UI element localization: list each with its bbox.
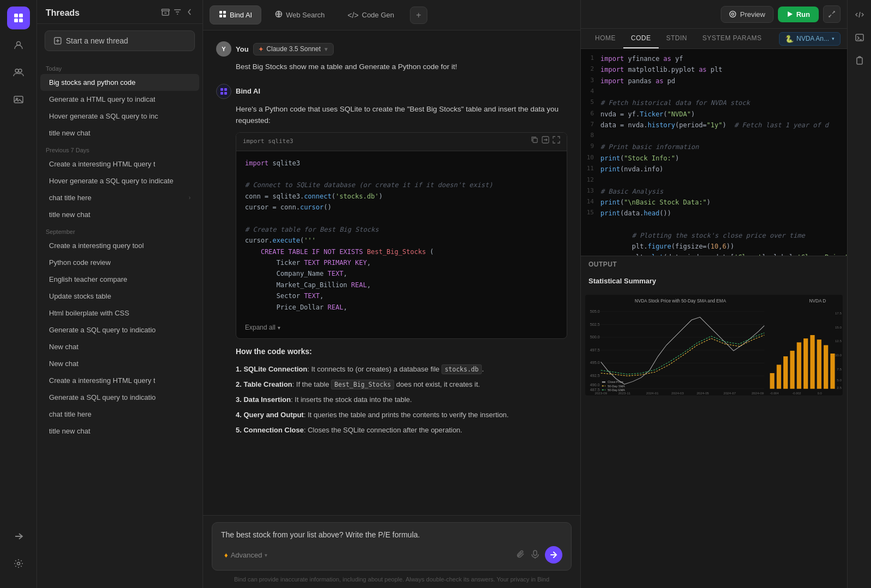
code-editor[interactable]: 1import yfinance as yf 2import matplotli… [581,49,847,256]
tab-home[interactable]: HOME [587,29,623,48]
svg-text:17.5: 17.5 [835,311,842,315]
sidebar-item-0-1[interactable]: Generate a HTML query to indicat [40,91,199,108]
chart-nvda-label: NVDA D [809,299,826,304]
stat-summary: Statistical Summary [581,273,847,293]
how-works-title: How the code works: [236,345,567,357]
sidebar-item-2-9[interactable]: Generate a SQL query to indicatio [40,389,199,406]
sidebar-item-1-1[interactable]: Hover generate a SQL query to indicate [40,172,199,189]
sidebar-item-2-6[interactable]: New chat [40,338,199,355]
sidebar-item-2-10[interactable]: chat title here [40,406,199,423]
sidebar-item-2-11[interactable]: title new chat [40,423,199,440]
sidebar-item-0-0[interactable]: Big stocks and python code [40,74,199,91]
bind-message-body: Here's a Python code that uses SQLite to… [216,103,567,437]
svg-point-24 [730,11,736,17]
tab-stdin[interactable]: STDIN [659,29,695,48]
new-thread-button[interactable]: Start a new thread [45,30,195,51]
code-line-3: 3import pandas as pd [581,76,847,86]
sidebar-item-0-3[interactable]: title new chat [40,125,199,141]
code-block-header: import sqlite3 [236,133,567,151]
run-button[interactable]: Run [778,7,819,22]
sidebar-item-1-0[interactable]: Create a interesting HTML query t [40,156,199,172]
svg-rect-61 [803,338,808,389]
new-thread-label: Start a new thread [66,36,128,45]
copy-icon[interactable] [531,136,538,147]
sidebar-item-2-1[interactable]: Python code review [40,254,199,271]
sidebar-item-2-3[interactable]: Update stocks table [40,288,199,305]
tab-system-params[interactable]: SYSTEM PARAMS [695,29,769,48]
expand-icon[interactable] [553,136,560,147]
chat-tabs: Bind AI Web Search </> Code Gen + [203,0,580,30]
model-badge[interactable]: ✦ Claude 3.5 Sonnet ▼ [253,43,334,55]
user-icon-btn[interactable] [7,34,30,57]
code-icon-btn[interactable] [850,5,869,24]
svg-rect-78 [857,58,862,64]
step-4: 4. Query and Output: It queries the tabl… [236,409,567,421]
code-gen-tab-icon: </> [348,11,359,20]
send-button[interactable] [545,546,562,564]
user-message-body: Best Big Stocks show me a table and Gene… [216,61,567,73]
code-line-14: 14print("\nBasic Stock Data:") [581,197,847,208]
sidebar-item-1-3[interactable]: title new chat [40,206,199,223]
svg-point-6 [19,69,22,72]
svg-text:2024-03: 2024-03 [671,391,684,395]
chart-container: NVDA Stock Price with 50-Day SMA and EMA… [581,293,847,402]
sidebar-item-2-2[interactable]: English teacher compare [40,271,199,288]
nvda-badge[interactable]: 🐍 NVDA An... ▾ [779,32,841,46]
add-tab-button[interactable]: + [410,7,427,24]
right-panel: Preview Run HOME CODE STDIN SYSTEM PARAM… [580,0,847,588]
sidebar-item-2-5[interactable]: Generate a SQL query to indicatio [40,321,199,338]
advanced-button[interactable]: ♦ Advanced ▾ [221,549,271,561]
svg-rect-0 [14,14,18,17]
sidebar-item-2-4[interactable]: Html boilerplate with CSS [40,305,199,321]
chat-input-area: The best stock from your list above? Wri… [203,515,580,588]
bind-intro: Here's a Python code that uses SQLite to… [236,103,567,127]
sidebar-item-1-2[interactable]: chat title here › [40,189,199,206]
tab-code[interactable]: CODE [623,29,659,48]
tab-code-gen[interactable]: </> Code Gen [339,6,404,24]
users-icon-btn[interactable] [7,61,30,84]
archive-icon[interactable] [161,8,170,18]
chat-input-text[interactable]: The best stock from your list above? Wri… [221,529,562,541]
svg-text:2024-07: 2024-07 [723,391,736,395]
sidebar-item-2-0[interactable]: Create a interesting query tool [40,237,199,254]
expand-all-button[interactable]: Expand all ▾ [236,319,567,338]
mic-icon[interactable] [531,550,539,560]
bind-sender-label: Bind AI [236,87,260,95]
svg-text:505.0: 505.0 [590,309,600,314]
terminal-icon-btn[interactable] [850,28,869,47]
message-user: Y You ✦ Claude 3.5 Sonnet ▼ Best Big Sto… [216,41,567,73]
attach-icon[interactable] [517,550,525,560]
svg-rect-3 [19,18,23,22]
step-2: 2. Table Creation: If the table Best_Big… [236,379,567,391]
svg-rect-15 [223,15,226,17]
clipboard-icon-btn[interactable] [850,51,869,70]
svg-rect-14 [219,15,222,17]
chat-input-box[interactable]: The best stock from your list above? Wri… [212,522,572,571]
arrow-right-icon-btn[interactable] [7,525,30,548]
tab-bind-ai[interactable]: Bind AI [210,5,261,24]
svg-text:10.0: 10.0 [835,353,842,357]
sidebar-item-0-2[interactable]: Hover generate a SQL query to inc [40,108,199,125]
expand-panel-button[interactable] [823,5,841,23]
settings-icon-btn[interactable] [7,552,30,575]
sidebar-header: Threads [37,0,203,24]
wrap-icon[interactable] [542,136,549,147]
svg-text:492.5: 492.5 [590,373,600,378]
nvda-label: NVDA An... [796,35,829,42]
collapse-icon[interactable] [185,8,194,18]
image-icon-btn[interactable] [7,88,30,111]
preview-button[interactable]: Preview [721,6,773,23]
tab-web-search[interactable]: Web Search [266,5,334,24]
grid-icon-btn[interactable] [7,7,30,29]
how-works-section: How the code works: 1. SQLite Connection… [236,345,567,436]
bind-ai-tab-label: Bind AI [230,11,252,19]
svg-text:-0.002: -0.002 [792,392,801,395]
svg-text:2024-09: 2024-09 [751,391,764,395]
code-line-2: 2import matplotlib.pyplot as plt [581,64,847,75]
code-line-5: 5# Fetch historical data for NVDA stock [581,97,847,108]
filter-icon[interactable] [173,8,182,18]
user-sender-label: You [236,45,249,53]
code-line-10: 10print("Stock Info:") [581,153,847,164]
sidebar-item-2-8[interactable]: Create a interesting HTML query t [40,372,199,389]
sidebar-item-2-7[interactable]: New chat [40,355,199,372]
